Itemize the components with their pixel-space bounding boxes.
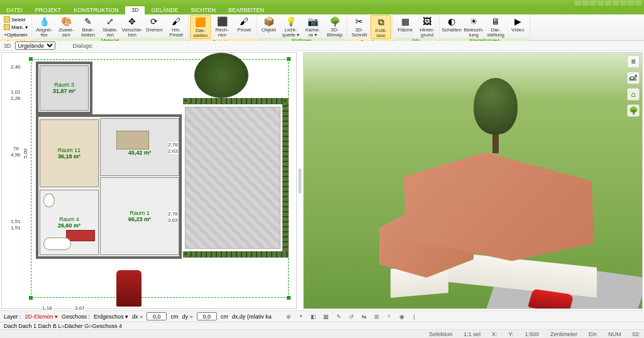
room-3[interactable]: Raum 3 31,87 m² xyxy=(40,65,89,111)
tool-icon[interactable]: ⇆ xyxy=(360,312,369,321)
hedge xyxy=(183,251,289,258)
hinpinsel-button[interactable]: 🖌Hin. Pinsel xyxy=(165,15,187,38)
sys-button[interactable] xyxy=(597,1,604,6)
coord-mode[interactable]: dx,dy (relativ ka xyxy=(232,313,272,320)
zuweisen-button[interactable]: 🎨Zuwei- sen xyxy=(55,15,77,38)
tab-konstruktion[interactable]: KONSTRUKTION xyxy=(67,6,125,14)
sys-button[interactable] xyxy=(605,1,611,6)
verschieben-button[interactable]: ✥Verschie- ben xyxy=(121,15,143,38)
tool-icon[interactable]: ⊞ xyxy=(372,312,381,321)
sys-button[interactable] xyxy=(590,1,596,6)
status-y: Y: xyxy=(508,331,513,337)
sys-button[interactable] xyxy=(613,1,619,6)
abgreifen-button[interactable]: 💧Abgrei- fen xyxy=(33,15,55,38)
lbl: Video xyxy=(511,28,524,33)
lichtquelle-button[interactable]: 💡Licht- quelle ▾ xyxy=(280,15,301,38)
car xyxy=(116,270,142,307)
collision-icon: ⧉ xyxy=(375,16,387,28)
video-button[interactable]: ▶Video xyxy=(507,15,528,38)
selection-handle[interactable] xyxy=(29,296,33,300)
kollision-button[interactable]: ⧉Kolli- sion xyxy=(370,15,391,39)
pinsel-button[interactable]: 🖌Pinsel xyxy=(233,15,255,39)
lbl: Hin. Pinsel xyxy=(169,28,183,38)
tree-icon[interactable]: 🌳 xyxy=(627,104,640,117)
drehen-button[interactable]: ⟳Drehen xyxy=(143,15,165,38)
maximize-button[interactable] xyxy=(628,1,634,6)
kamera-button[interactable]: 📷Kame- ra ▾ xyxy=(302,15,323,38)
tool-icon[interactable]: ↺ xyxy=(347,312,356,321)
hintergrund-button[interactable]: 🖼Hinter- grund xyxy=(416,15,438,38)
layers-icon[interactable]: ≡ xyxy=(627,55,640,68)
tool-icon[interactable]: ⌖ xyxy=(297,312,306,321)
schatten-einst-button[interactable]: ◐Schatten xyxy=(441,15,462,38)
tree-3d xyxy=(474,78,518,153)
tab-gelaende[interactable]: GELÄNDE xyxy=(145,6,184,14)
dx-input[interactable] xyxy=(147,312,167,320)
bearbeiten-button[interactable]: ✎Bear- beiten xyxy=(77,15,99,38)
ribbon: Selekt Mark. ▾ +Optionen Auswahl 💧Abgrei… xyxy=(0,14,644,41)
tool-icon[interactable]: ⌗ xyxy=(385,312,394,321)
tool-icon[interactable]: ⊕ xyxy=(284,312,293,321)
optionen-button[interactable]: +Optionen xyxy=(3,31,29,38)
skalieren-button[interactable]: ⤢Skalie- ren xyxy=(99,15,121,38)
group-auswahl: Selekt Mark. ▾ +Optionen Auswahl xyxy=(0,14,32,40)
mark-button[interactable]: Mark. ▾ xyxy=(3,23,29,31)
sys-button[interactable] xyxy=(582,1,589,6)
viewport-2d[interactable]: Raum 3 31,87 m² Raum 11 36,18 m² 88° 2,0… xyxy=(1,52,297,309)
select-button[interactable]: Selekt xyxy=(3,16,29,23)
geschoss-select[interactable]: Erdgeschos ▾ xyxy=(94,313,128,320)
room-11[interactable]: Raum 11 36,18 m² xyxy=(40,119,99,187)
tool-icon[interactable]: ◧ xyxy=(309,312,318,321)
dimension: 2,78 xyxy=(168,142,178,148)
tool-icon[interactable]: ▦ xyxy=(322,312,331,321)
lighting-icon: ☀ xyxy=(468,16,479,27)
room-area: 36,18 m² xyxy=(58,153,80,160)
darstellen-button[interactable]: 🟧Dar- stellen xyxy=(190,15,211,39)
breadcrumb: Dach Dach 1 Dach B L=Dächer G=Geschoss 4 xyxy=(4,323,122,329)
house-icon[interactable]: ⌂ xyxy=(627,88,640,101)
dimension: 2,63 xyxy=(168,148,178,154)
tab-3d[interactable]: 3D xyxy=(125,6,145,14)
3dbitmap-button[interactable]: 🌳3D- Bitmap xyxy=(324,15,345,38)
dimension: 3,67 xyxy=(75,305,85,311)
dimension: 2,78 xyxy=(168,211,178,217)
objekt-button[interactable]: 📦Objekt xyxy=(258,15,279,38)
tab-sichten[interactable]: SICHTEN xyxy=(184,6,222,14)
sofa-icon[interactable]: 🛋 xyxy=(627,72,640,84)
viewport-3d[interactable]: ≡ 🛋 ⌂ 🌳 xyxy=(303,52,643,309)
tool-icon[interactable]: ◉ xyxy=(397,312,406,321)
tab-projekt[interactable]: PROJEKT xyxy=(29,6,68,14)
selection-handle[interactable] xyxy=(287,296,291,300)
tool-icon[interactable]: ✎ xyxy=(335,312,343,321)
mode-select[interactable]: Urgelände xyxy=(15,41,55,50)
rechnen-button[interactable]: ⬛Rech- nen xyxy=(211,15,233,39)
area-icon: ▦ xyxy=(399,16,411,27)
selection-handle[interactable] xyxy=(29,57,33,61)
room-name: Raum 3 xyxy=(54,82,74,88)
3dschnitt-button[interactable]: ✂3D- Schnitt xyxy=(348,15,370,39)
tool-icon[interactable]: | xyxy=(410,312,419,321)
tab-datei[interactable]: DATEI xyxy=(0,6,29,14)
lbl: Kolli- sion xyxy=(375,28,387,38)
room-area: 45,42 m² xyxy=(128,150,151,156)
lbl: Dar- stellung xyxy=(487,28,504,38)
close-button[interactable] xyxy=(635,1,641,6)
room-name: Raum 1 xyxy=(130,210,150,216)
beleuchtung-button[interactable]: ☀Beleuch- tung xyxy=(463,15,484,38)
brush-icon: 🖌 xyxy=(238,16,250,27)
dy-input[interactable] xyxy=(197,312,217,320)
darstellung-button[interactable]: 🖥Dar- stellung xyxy=(485,15,506,38)
assign-icon: 🎨 xyxy=(60,16,72,27)
flaeche-button[interactable]: ▦Fläche xyxy=(394,15,416,38)
layer-select[interactable]: 2D-Elemen ▾ xyxy=(25,313,58,320)
camera-icon: 📷 xyxy=(307,16,318,27)
sys-button[interactable] xyxy=(575,1,581,6)
minimize-button[interactable] xyxy=(620,1,626,6)
tab-bearbeiten[interactable]: BEARBEITEN xyxy=(222,6,270,14)
dialoge-label: Dialoge: xyxy=(73,43,94,49)
pane-divider[interactable] xyxy=(298,51,302,310)
lbl: Objekt xyxy=(262,28,276,33)
lbl: Schatten xyxy=(441,28,462,33)
selection-handle[interactable] xyxy=(287,57,291,61)
status-uz: 02: xyxy=(632,331,640,337)
